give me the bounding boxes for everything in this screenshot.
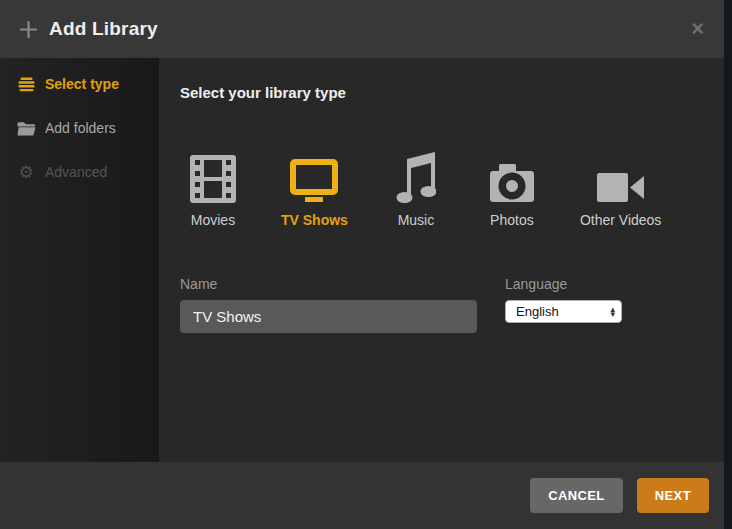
select-stepper-icon: ▴▾ [610,307,615,317]
dialog-footer: CANCEL NEXT [0,462,724,529]
main-panel: Select your library type [159,58,724,462]
name-input[interactable] [180,300,477,333]
library-type-label: Movies [191,212,235,228]
film-icon [190,151,236,203]
library-type-label: TV Shows [281,212,348,228]
language-field-label: Language [505,276,622,292]
library-type-label: Photos [490,212,534,228]
library-type-label: Other Videos [580,212,661,228]
language-field-group: Language English ▴▾ [505,276,622,323]
tv-icon [290,151,338,203]
dialog-header: Add Library × [0,0,724,58]
name-field-group: Name [180,276,477,333]
library-type-movies[interactable]: Movies [180,151,246,228]
library-type-music[interactable]: Music [383,151,449,228]
name-field-label: Name [180,276,477,292]
sidebar-item-label: Advanced [45,164,107,180]
gear-icon: ⚙ [16,163,36,181]
language-select[interactable]: English ▴▾ [505,300,622,323]
fields-row: Name Language English ▴▾ [180,276,724,333]
library-type-label: Music [398,212,435,228]
library-type-tv-shows[interactable]: TV Shows [276,151,353,228]
section-heading: Select your library type [180,84,724,101]
sidebar-item-add-folders[interactable]: Add folders [0,116,159,140]
cancel-button[interactable]: CANCEL [530,478,623,513]
sidebar-item-label: Add folders [45,120,116,136]
sidebar-item-advanced[interactable]: ⚙ Advanced [0,160,159,184]
dialog-title: Add Library [49,18,158,40]
camera-icon [488,151,536,203]
plus-icon [20,21,37,38]
video-camera-icon [597,151,645,203]
dialog-body: Select type Add folders ⚙ Advanced [0,58,724,462]
sidebar-item-label: Select type [45,76,119,92]
next-button[interactable]: NEXT [637,478,709,513]
music-note-icon [396,151,436,203]
list-icon [16,75,36,93]
language-select-value: English [506,304,610,319]
sidebar: Select type Add folders ⚙ Advanced [0,58,159,462]
add-library-dialog: Add Library × Select type [0,0,724,529]
sidebar-item-select-type[interactable]: Select type [0,72,159,96]
library-type-other-videos[interactable]: Other Videos [575,151,666,228]
close-icon[interactable]: × [691,18,704,40]
folder-icon [16,119,36,137]
library-type-picker: Movies TV Shows [180,151,724,228]
library-type-photos[interactable]: Photos [479,151,545,228]
